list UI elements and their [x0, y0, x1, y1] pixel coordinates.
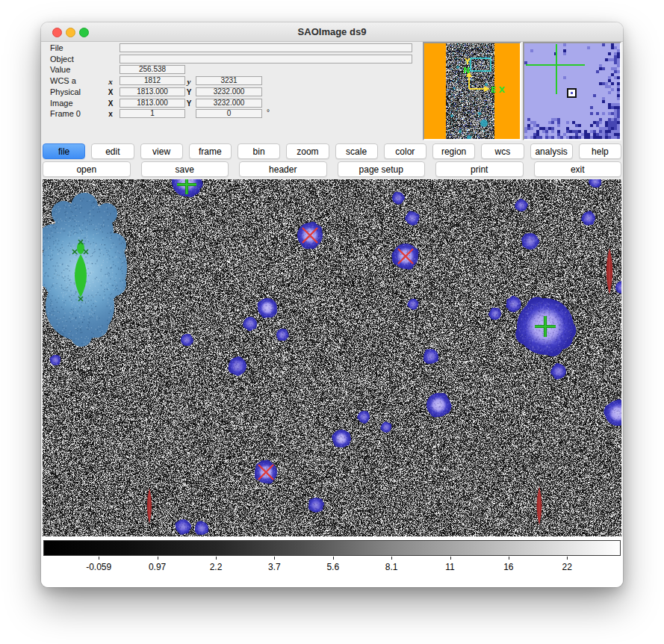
image-label: Image: [50, 99, 73, 108]
menu-button-header[interactable]: header: [239, 161, 327, 177]
colorbar-tick-label: 11: [445, 562, 454, 572]
colorbar-tick: [158, 557, 158, 560]
menu-button-zoom[interactable]: zoom: [286, 143, 329, 159]
frame-0-x-field[interactable]: 1: [120, 109, 185, 118]
colorbar-tick: [216, 557, 217, 560]
colorbar-tick-label: 22: [562, 562, 572, 572]
image-x-field[interactable]: 1813.000: [120, 99, 185, 108]
colorbar-tick: [391, 557, 392, 560]
colorbar-tick-label: 8.1: [385, 562, 398, 572]
wcs-a-label: WCS a: [50, 76, 76, 85]
menu-button-analysis[interactable]: analysis: [530, 143, 573, 159]
info-row-value: Value256.538: [41, 65, 421, 75]
physical-x-label: X: [105, 88, 116, 96]
menu-button-region[interactable]: region: [432, 143, 475, 159]
frame-0-angle-field[interactable]: 0: [196, 109, 262, 118]
colorbar-tick-label: -0.059: [86, 562, 111, 572]
frame-0-label: Frame 0: [50, 109, 81, 118]
file-label: File: [50, 43, 63, 52]
menu-button-edit[interactable]: edit: [91, 143, 134, 159]
menu-button-page-setup[interactable]: page setup: [338, 161, 426, 177]
image-y-field[interactable]: 3232.000: [196, 99, 262, 108]
info-row-wcs-a: WCS ax1812y3231: [41, 76, 421, 86]
menu-button-frame[interactable]: frame: [189, 143, 232, 159]
colorbar-tick-label: 16: [503, 562, 513, 572]
object-field[interactable]: [120, 55, 412, 64]
colorbar-tick: [509, 557, 509, 560]
colorbar-tick: [567, 557, 568, 560]
menu-button-open[interactable]: open: [43, 161, 131, 177]
magnifier-panel: [523, 42, 621, 140]
menu-button-view[interactable]: view: [140, 143, 183, 159]
colorbar-gradient[interactable]: [43, 540, 621, 556]
menu-button-scale[interactable]: scale: [335, 143, 378, 159]
titlebar[interactable]: SAOImage ds9: [41, 22, 623, 42]
wcs-a-x-field[interactable]: 1812: [120, 76, 185, 85]
panner-panel: [423, 42, 521, 140]
panner-canvas[interactable]: [424, 43, 520, 139]
wcs-a-x-label: x: [105, 77, 116, 86]
window-title: SAOImage ds9: [41, 26, 623, 37]
frame-0-x-label: x: [105, 110, 116, 118]
value-label: Value: [50, 65, 70, 74]
info-row-frame-0: Frame 0x10°: [41, 109, 421, 119]
wcs-a-y-field[interactable]: 3231: [196, 76, 262, 85]
image-x-label: X: [105, 99, 116, 108]
menu-row-2: opensaveheaderpage setupprintexit: [43, 161, 621, 177]
colorbar-section: -0.0590.972.23.75.68.1111622: [41, 536, 623, 587]
value-field[interactable]: 256.538: [120, 65, 185, 74]
menu-button-color[interactable]: color: [384, 143, 426, 159]
info-row-file: File: [41, 43, 421, 53]
menu-button-exit[interactable]: exit: [534, 161, 622, 177]
menu-button-file[interactable]: file: [43, 143, 85, 159]
image-y-label: Y: [184, 99, 194, 108]
ds9-window: SAOImage ds9 FileObjectValue256.538WCS a…: [41, 22, 623, 587]
info-row-physical: PhysicalX1813.000Y3232.000: [41, 87, 421, 97]
menu-button-help[interactable]: help: [579, 143, 621, 159]
menu-row-1: fileeditviewframebinzoomscalecolorregion…: [43, 143, 621, 159]
physical-y-field[interactable]: 3232.000: [196, 87, 262, 96]
menu-button-save[interactable]: save: [141, 161, 229, 177]
physical-x-field[interactable]: 1813.000: [120, 87, 185, 96]
colorbar-tick-label: 0.97: [149, 562, 166, 572]
colorbar-tick: [99, 557, 99, 560]
colorbar-tick: [333, 557, 334, 560]
colorbar-tick-label: 2.2: [210, 562, 223, 572]
colorbar-tick: [274, 557, 275, 560]
magnifier-canvas[interactable]: [524, 43, 620, 139]
degree-symbol: °: [267, 108, 270, 117]
object-label: Object: [50, 55, 74, 64]
colorbar-tick-label: 5.6: [326, 562, 339, 572]
menu-button-print[interactable]: print: [435, 161, 524, 177]
wcs-a-y-label: y: [184, 77, 194, 86]
info-row-image: ImageX1813.000Y3232.000: [41, 99, 421, 108]
main-image-canvas[interactable]: [43, 179, 621, 536]
menu-button-bin[interactable]: bin: [238, 143, 280, 159]
physical-label: Physical: [50, 87, 81, 96]
colorbar-tick: [450, 557, 451, 560]
physical-y-label: Y: [184, 88, 194, 96]
info-row-object: Object: [41, 55, 421, 64]
menu-button-wcs[interactable]: wcs: [481, 143, 524, 159]
colorbar-tick-label: 3.7: [268, 562, 281, 572]
file-field[interactable]: [120, 43, 412, 52]
